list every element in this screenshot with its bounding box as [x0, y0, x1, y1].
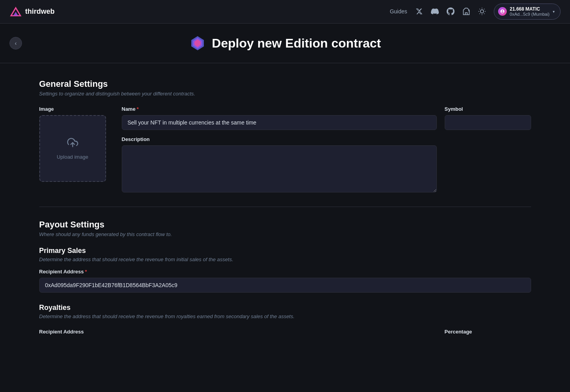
royalties-recipient-col-label: Recipient Address	[39, 329, 437, 335]
wallet-chevron-down-icon: ▾	[553, 9, 555, 14]
navbar-left: thirdweb	[9, 5, 55, 18]
name-field-group: Name*	[122, 106, 437, 130]
guides-link[interactable]: Guides	[390, 8, 407, 15]
upload-icon	[67, 137, 78, 151]
general-settings-title: General Settings	[39, 79, 531, 89]
primary-sales-recipient-label: Recipient Address*	[39, 269, 531, 275]
logo-text: thirdweb	[25, 7, 55, 16]
wallet-button[interactable]: 21.668 MATIC 0xAd...5c9 (Mumbai) ▾	[494, 4, 561, 20]
image-column: Image Upload image	[39, 106, 114, 182]
github-icon[interactable]	[447, 7, 455, 15]
wallet-avatar	[498, 7, 507, 16]
royalties-title: Royalties	[39, 304, 531, 312]
upload-label: Upload image	[57, 154, 88, 160]
primary-sales-recipient-group: Recipient Address*	[39, 269, 531, 293]
primary-sales-group: Primary Sales Determine the address that…	[39, 247, 531, 293]
page-header: ‹ Deploy new Edition contract	[0, 24, 570, 60]
navbar-right: Guides	[390, 4, 561, 20]
name-description-column: Name* Description	[122, 106, 437, 194]
wallet-balance: 21.668 MATIC	[510, 6, 540, 12]
discord-icon[interactable]	[431, 7, 439, 15]
svg-marker-1	[13, 12, 18, 16]
svg-point-2	[480, 10, 483, 13]
svg-line-10	[484, 9, 484, 9]
wallet-address: 0xAd...5c9 (Mumbai)	[510, 12, 550, 17]
image-label: Image	[39, 106, 114, 112]
name-required-star: *	[137, 106, 139, 112]
svg-line-5	[479, 9, 480, 9]
main-content: General Settings Settings to organize an…	[30, 66, 541, 363]
symbol-label: Symbol	[445, 106, 531, 112]
svg-line-6	[484, 14, 484, 14]
page-title-group: Deploy new Edition contract	[189, 35, 381, 52]
edition-contract-icon	[189, 35, 206, 52]
name-input[interactable]	[122, 115, 437, 130]
description-field-label: Description	[122, 136, 437, 142]
symbol-column: Symbol	[445, 106, 531, 130]
theme-toggle-icon[interactable]	[478, 7, 486, 15]
twitter-icon[interactable]	[415, 7, 423, 15]
general-settings-grid: Image Upload image Name*	[39, 106, 531, 194]
name-field-label: Name*	[122, 106, 437, 112]
primary-sales-recipient-input[interactable]	[39, 278, 531, 293]
primary-sales-title: Primary Sales	[39, 247, 531, 255]
payout-settings-title: Payout Settings	[39, 220, 531, 230]
primary-sales-required-star: *	[85, 269, 87, 275]
description-field-group: Description	[122, 136, 437, 194]
back-arrow-icon: ‹	[15, 40, 17, 46]
royalties-group: Royalties Determine the address that sho…	[39, 304, 531, 335]
page-title: Deploy new Edition contract	[212, 36, 381, 51]
royalties-subtitle: Determine the address that should receiv…	[39, 313, 531, 319]
description-textarea[interactable]	[122, 145, 437, 192]
primary-sales-subtitle: Determine the address that should receiv…	[39, 256, 531, 262]
back-button[interactable]: ‹	[9, 37, 22, 49]
royalties-header-row: Recipient Address Percentage	[39, 329, 531, 335]
svg-line-9	[479, 14, 480, 14]
navbar: thirdweb Guides	[0, 0, 570, 24]
image-upload-box[interactable]: Upload image	[39, 115, 106, 182]
royalties-percentage-col-label: Percentage	[445, 329, 531, 335]
wallet-text: 21.668 MATIC 0xAd...5c9 (Mumbai)	[510, 6, 550, 17]
symbol-input[interactable]	[445, 115, 531, 130]
thirdweb-logo-icon	[9, 5, 22, 18]
payout-settings-section: Payout Settings Where should any funds g…	[39, 207, 531, 347]
fuel-icon[interactable]	[462, 7, 470, 15]
payout-settings-subtitle: Where should any funds generated by this…	[39, 231, 531, 237]
general-settings-section: General Settings Settings to organize an…	[39, 66, 531, 207]
general-settings-subtitle: Settings to organize and distinguish bet…	[39, 91, 531, 97]
header-divider	[0, 63, 570, 63]
